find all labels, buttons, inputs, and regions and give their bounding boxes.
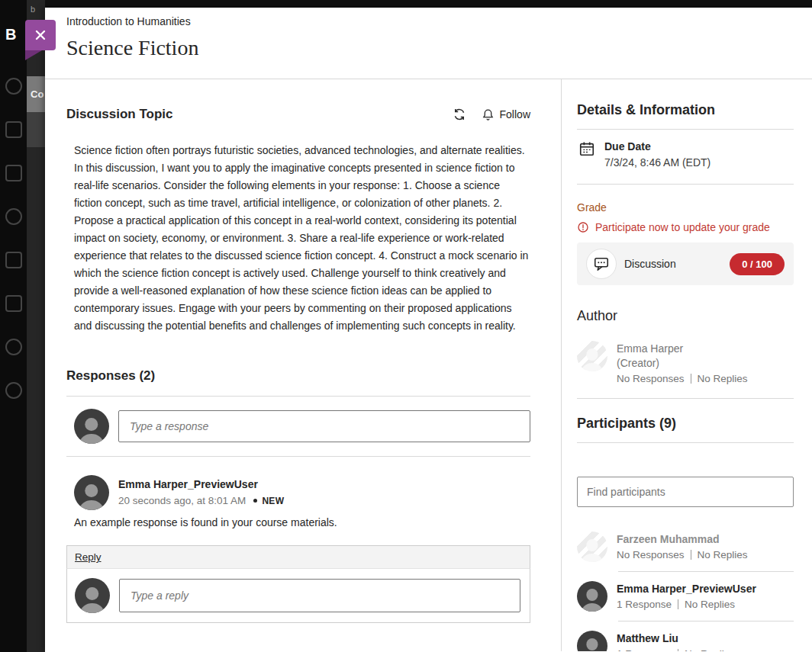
- participant-avatar: [577, 581, 607, 612]
- author-row: Emma Harper (Creator) No Responses No Re…: [577, 341, 794, 384]
- dimmed-page-block: [27, 112, 45, 147]
- discussion-panel: Introduction to Humanities Science Ficti…: [45, 8, 812, 652]
- author-name: Emma Harper: [617, 342, 748, 355]
- close-button-fold: [25, 50, 42, 60]
- alert-icon: [577, 221, 589, 233]
- participant-replies: No Replies: [685, 648, 735, 651]
- participant-responses: No Responses: [617, 549, 685, 560]
- course-name: Introduction to Humanities: [66, 15, 812, 27]
- grade-score-pill: 0 / 100: [730, 253, 785, 275]
- divider: [618, 621, 794, 621]
- divider: [577, 442, 794, 443]
- reply-link[interactable]: Reply: [75, 551, 102, 563]
- participant-name: Matthew Liu: [617, 632, 735, 644]
- author-replies: No Replies: [698, 373, 748, 384]
- nav-icon[interactable]: [5, 339, 22, 355]
- participants-heading: Participants (9): [577, 416, 794, 432]
- author-heading: Author: [577, 308, 794, 324]
- participant-avatar: [577, 532, 607, 562]
- nav-icon[interactable]: [5, 78, 22, 95]
- follow-label: Follow: [500, 108, 530, 120]
- dimmed-nav-label: Co: [27, 76, 45, 112]
- discussion-icon-circle: [586, 249, 617, 279]
- stat-divider: [678, 599, 678, 609]
- reply-input[interactable]: [119, 579, 520, 612]
- participant-name: Farzeen Muhammad: [617, 533, 748, 545]
- nav-icon[interactable]: [5, 295, 22, 312]
- response-post: Emma Harper_PreviewUser 20 seconds ago, …: [66, 475, 530, 623]
- nav-icon[interactable]: [5, 208, 22, 225]
- new-indicator-dot: [253, 499, 257, 503]
- participant-replies: No Replies: [685, 599, 735, 610]
- nav-icon[interactable]: [5, 252, 22, 268]
- divider: [577, 184, 794, 185]
- stat-divider: [691, 374, 691, 384]
- response-timestamp: 20 seconds ago, at 8:01 AM: [118, 495, 246, 506]
- panel-header: Introduction to Humanities Science Ficti…: [45, 8, 812, 79]
- close-panel-button[interactable]: [25, 20, 56, 50]
- due-date-label: Due Date: [604, 140, 710, 153]
- dimmed-page-strip: Co: [27, 0, 45, 652]
- divider: [66, 396, 530, 397]
- new-badge: NEW: [262, 496, 284, 506]
- base-nav-icons: [0, 78, 27, 426]
- participant-replies: No Replies: [698, 549, 748, 560]
- responder-avatar: [74, 475, 109, 510]
- author-avatar: [577, 341, 607, 371]
- stat-divider: [691, 550, 691, 560]
- close-icon: [34, 29, 47, 41]
- refresh-button[interactable]: [453, 108, 466, 121]
- participant-responses: 1 Response: [617, 599, 672, 610]
- follow-button[interactable]: Follow: [482, 108, 530, 121]
- grade-section-label: Grade: [577, 201, 794, 214]
- response-text: An example response is found in your cou…: [74, 516, 530, 528]
- author-role: (Creator): [617, 357, 748, 369]
- app-logo[interactable]: B: [5, 26, 16, 43]
- participant-row[interactable]: Emma Harper_PreviewUser 1 Response No Re…: [577, 581, 794, 612]
- author-responses: No Responses: [617, 373, 685, 384]
- page-title: Science Fiction: [66, 36, 812, 60]
- divider: [577, 398, 794, 399]
- find-participants-input[interactable]: [577, 477, 794, 507]
- participants-list: Farzeen Muhammad No Responses No Replies…: [577, 532, 794, 651]
- obscured-text-fragment: b: [31, 5, 35, 14]
- divider: [618, 571, 794, 572]
- discussion-prompt: Science fiction often portrays futuristi…: [74, 142, 530, 335]
- divider: [66, 456, 530, 457]
- current-user-avatar: [75, 578, 110, 613]
- grade-item-card: Discussion 0 / 100: [577, 242, 794, 285]
- nav-icon[interactable]: [5, 165, 22, 181]
- discussion-topic-heading: Discussion Topic: [66, 107, 173, 122]
- calendar-icon: [578, 140, 595, 157]
- details-sidebar: Details & Information Due Date 7/3/24, 8…: [561, 79, 812, 651]
- nav-icon[interactable]: [5, 382, 22, 399]
- due-date-value: 7/3/24, 8:46 AM (EDT): [604, 156, 710, 169]
- grade-item-label: Discussion: [624, 258, 676, 270]
- response-input[interactable]: [118, 410, 530, 442]
- participant-responses: 1 Response: [617, 648, 672, 651]
- nav-icon[interactable]: [5, 121, 22, 138]
- participant-row[interactable]: Matthew Liu 1 Response No Replies: [577, 631, 794, 651]
- responses-heading: Responses (2): [66, 368, 530, 384]
- participant-name: Emma Harper_PreviewUser: [617, 583, 756, 595]
- bell-icon: [482, 108, 495, 121]
- current-user-avatar: [74, 409, 109, 444]
- discussion-main: Discussion Topic: [45, 79, 561, 651]
- participant-avatar: [577, 631, 607, 651]
- base-nav-strip: B: [0, 0, 27, 652]
- details-heading: Details & Information: [577, 102, 794, 118]
- refresh-icon: [453, 108, 466, 121]
- responder-name: Emma Harper_PreviewUser: [118, 478, 284, 490]
- discussion-icon: [593, 255, 610, 272]
- participant-row[interactable]: Farzeen Muhammad No Responses No Replies: [577, 532, 794, 562]
- stat-divider: [678, 649, 678, 651]
- grade-alert-text: Participate now to update your grade: [595, 221, 770, 233]
